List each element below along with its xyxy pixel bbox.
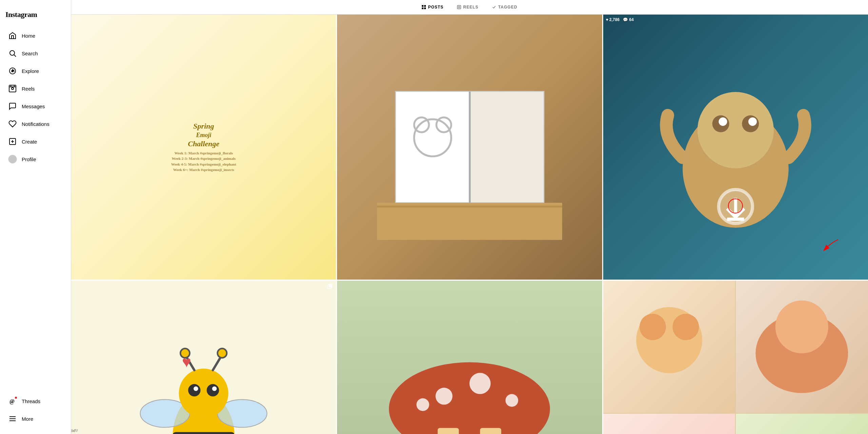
- svg-rect-16: [422, 5, 423, 7]
- sidebar-item-notifications[interactable]: Notifications: [3, 115, 68, 132]
- sidebar-item-home[interactable]: Home: [3, 27, 68, 44]
- sidebar-item-reels[interactable]: Reels: [3, 80, 68, 97]
- svg-rect-17: [424, 5, 426, 7]
- sidebar-item-messages-label: Messages: [22, 103, 45, 109]
- posts-grid: Spring Emoji Challenge Week 1: March #sp…: [71, 15, 868, 434]
- post-2[interactable]: ♥ 0 💬 0: [337, 15, 602, 280]
- sidebar-item-threads-label: Threads: [22, 398, 40, 404]
- profile-tabs: Posts Reels Tagged: [71, 0, 868, 15]
- sidebar-item-search[interactable]: Search: [3, 45, 68, 62]
- explore-icon: [8, 67, 17, 75]
- tab-reels[interactable]: Reels: [450, 0, 485, 14]
- svg-rect-19: [424, 7, 426, 9]
- sidebar-nav: Home Search Explore: [0, 27, 71, 393]
- tab-posts-label: Posts: [428, 5, 443, 10]
- sidebar-item-messages[interactable]: Messages: [3, 98, 68, 115]
- threads-icon: @: [8, 397, 17, 405]
- main-content: Posts Reels Tagged Spring Emoji: [71, 0, 868, 434]
- post-1[interactable]: Spring Emoji Challenge Week 1: March #sp…: [71, 15, 336, 280]
- posts-container: Spring Emoji Challenge Week 1: March #sp…: [71, 15, 868, 434]
- home-icon: [8, 31, 17, 40]
- post-4[interactable]: ♥ ♥ 0 💬 0: [71, 281, 336, 434]
- sidebar-item-more-label: More: [22, 416, 33, 422]
- sidebar: Instagram Home Search: [0, 0, 71, 434]
- svg-line-1: [14, 55, 16, 57]
- post-6[interactable]: ♥ 0 💬 0: [603, 281, 868, 434]
- sidebar-item-search-label: Search: [22, 51, 38, 56]
- sidebar-item-reels-label: Reels: [22, 86, 35, 92]
- sidebar-item-explore[interactable]: Explore: [3, 62, 68, 79]
- post-1-likes: ♥ 0: [190, 144, 198, 150]
- reels-icon: [8, 84, 17, 93]
- svg-point-5: [12, 88, 14, 90]
- svg-rect-18: [422, 7, 423, 9]
- sidebar-item-explore-label: Explore: [22, 68, 39, 74]
- tab-tagged-label: Tagged: [498, 5, 517, 10]
- post-3[interactable]: ♥ 2,786 💬 64 ♥ 2,786 💬 64: [603, 15, 868, 280]
- post-1-comments: 💬 0: [206, 144, 217, 150]
- create-icon: [8, 137, 17, 146]
- sidebar-item-threads[interactable]: @ Threads: [3, 393, 68, 410]
- svg-point-21: [458, 6, 460, 8]
- svg-rect-4: [9, 85, 16, 92]
- sidebar-item-home-label: Home: [22, 33, 35, 39]
- post-5[interactable]: ♥ 0 💬 0: [337, 281, 602, 434]
- notifications-icon: [8, 119, 17, 128]
- sidebar-bottom: @ Threads More: [0, 393, 71, 430]
- tab-posts[interactable]: Posts: [415, 0, 450, 14]
- svg-rect-20: [457, 5, 461, 9]
- sidebar-item-more[interactable]: More: [3, 410, 68, 427]
- svg-text:@: @: [9, 398, 15, 404]
- svg-point-0: [10, 51, 15, 55]
- sidebar-item-profile-label: Profile: [22, 156, 36, 162]
- sidebar-item-create[interactable]: Create: [3, 133, 68, 150]
- sidebar-item-notifications-label: Notifications: [22, 121, 50, 127]
- profile-icon: [8, 155, 17, 164]
- instagram-logo[interactable]: Instagram: [0, 4, 71, 27]
- sidebar-item-create-label: Create: [22, 139, 37, 145]
- tab-tagged[interactable]: Tagged: [485, 0, 524, 14]
- search-icon: [8, 49, 17, 58]
- tab-reels-label: Reels: [463, 5, 478, 10]
- more-icon: [8, 414, 17, 423]
- messages-icon: [8, 102, 17, 111]
- sidebar-item-profile[interactable]: Profile: [3, 151, 68, 168]
